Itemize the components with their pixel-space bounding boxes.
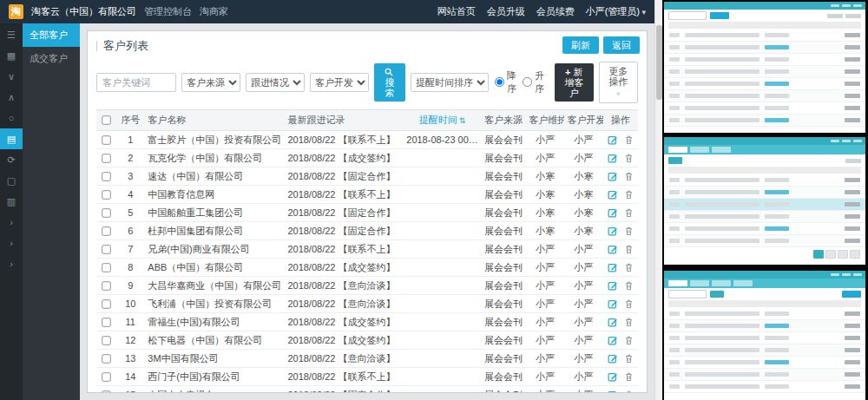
delete-icon[interactable] [624, 207, 634, 218]
back-button[interactable]: 返回 [603, 36, 640, 54]
row-checkbox[interactable] [102, 264, 110, 272]
delete-icon[interactable] [624, 371, 634, 382]
search-button[interactable]: 搜索 [374, 63, 405, 102]
cell-no: 13 [115, 349, 145, 367]
chevron-right-icon[interactable] [0, 212, 23, 233]
delete-icon[interactable] [624, 335, 634, 345]
nav-upgrade-link[interactable]: 会员升级 [487, 5, 525, 18]
edit-icon[interactable] [608, 171, 618, 181]
chevron-right-icon[interactable] [0, 253, 23, 274]
preview-row [664, 332, 865, 344]
chevron-up-icon[interactable] [0, 87, 23, 108]
nav-console-link[interactable]: 管理控制台 [144, 5, 192, 18]
edit-icon[interactable] [608, 207, 618, 218]
preview1-header [664, 2, 865, 10]
delete-icon[interactable] [624, 244, 634, 254]
user-menu[interactable]: 小严(管理员) [586, 5, 646, 18]
row-checkbox[interactable] [102, 337, 110, 345]
sort-desc-label: 降序 [507, 69, 516, 95]
cell-latest-record: 2018/08/22 【成交签约】 [285, 331, 404, 349]
cell-remind-time [404, 203, 481, 221]
col-header-remind[interactable]: 提醒时间 [404, 109, 481, 130]
edit-icon[interactable] [608, 317, 618, 327]
edit-icon[interactable] [608, 134, 618, 145]
customer-list-icon[interactable] [0, 128, 23, 149]
preview-row [664, 199, 865, 211]
edit-icon[interactable] [608, 390, 618, 392]
delete-icon[interactable] [624, 280, 634, 291]
refresh-button[interactable]: 刷新 [562, 36, 599, 54]
scrollbar-thumb[interactable] [656, 25, 662, 100]
row-checkbox[interactable] [102, 300, 110, 309]
sort-desc-radio[interactable] [495, 77, 504, 87]
row-checkbox[interactable] [102, 355, 110, 364]
cell-latest-record: 2018/08/22 【成交签约】 [285, 312, 404, 331]
sidebar-item-deal-customers[interactable]: 成交客户 [23, 47, 80, 70]
row-checkbox[interactable] [102, 246, 110, 254]
edit-icon[interactable] [608, 298, 618, 309]
box-icon[interactable] [0, 170, 23, 191]
select-all-checkbox[interactable] [102, 115, 110, 124]
row-checkbox[interactable] [102, 136, 110, 145]
row-checkbox[interactable] [102, 391, 110, 392]
followup-select[interactable]: 跟进情况 [246, 73, 305, 92]
source-select[interactable]: 客户来源 [181, 73, 240, 92]
menu-icon[interactable] [0, 24, 23, 45]
table-row: 13 3M中国有限公司 2018/08/22 【意向洽谈】 展会会刊 小严 小严 [96, 349, 638, 367]
delete-icon[interactable] [624, 262, 634, 272]
delete-icon[interactable] [624, 153, 634, 163]
row-checkbox[interactable] [102, 191, 110, 200]
delete-icon[interactable] [624, 171, 634, 181]
nav-home-link[interactable]: 网站首页 [437, 5, 476, 18]
sort-asc-radio[interactable] [523, 77, 532, 87]
delete-icon[interactable] [624, 226, 634, 236]
edit-icon[interactable] [608, 153, 618, 163]
row-checkbox[interactable] [102, 154, 110, 163]
cell-develop: 小严 [564, 258, 602, 276]
edit-icon[interactable] [608, 335, 618, 345]
row-ops [606, 317, 635, 327]
cell-customer-name: ABB（中国）有限公司 [145, 258, 285, 276]
sort-asc-option[interactable]: 升序 [522, 69, 544, 95]
remind-sort-select[interactable]: 提醒时间排序 [411, 73, 489, 92]
chart-icon[interactable] [0, 191, 23, 212]
edit-icon[interactable] [608, 244, 618, 254]
chevron-down-icon[interactable] [0, 66, 23, 87]
row-checkbox[interactable] [102, 227, 110, 236]
sidebar-item-all-customers[interactable]: 全部客户 [23, 23, 80, 47]
table-row: 5 中国船舶重工集团公司 2018/08/22 【固定合作】 展会会刊 小寒 小… [96, 203, 638, 221]
nav-shop-link[interactable]: 淘商家 [200, 5, 228, 18]
delete-icon[interactable] [624, 317, 634, 327]
cell-latest-record: 2018/08/22 【意向洽谈】 [285, 276, 404, 294]
edit-icon[interactable] [608, 189, 618, 200]
delete-icon[interactable] [624, 390, 634, 392]
vertical-scrollbar[interactable] [654, 0, 662, 400]
edit-icon[interactable] [608, 226, 618, 236]
power-icon[interactable] [0, 108, 23, 128]
sort-desc-option[interactable]: 降序 [494, 69, 516, 95]
row-checkbox[interactable] [102, 373, 110, 382]
delete-icon[interactable] [624, 298, 634, 309]
refresh-icon[interactable] [0, 149, 23, 170]
row-checkbox[interactable] [102, 173, 110, 181]
edit-icon[interactable] [608, 280, 618, 291]
delete-icon[interactable] [624, 189, 634, 200]
row-checkbox[interactable] [102, 209, 110, 218]
edit-icon[interactable] [608, 371, 618, 382]
apps-icon[interactable] [0, 45, 23, 66]
keyword-input[interactable] [96, 73, 176, 92]
edit-icon[interactable] [608, 262, 618, 272]
chevron-right-icon[interactable] [0, 233, 23, 253]
preview3-toolbar [664, 288, 865, 300]
cell-source: 展会会刊 [481, 349, 526, 367]
row-checkbox[interactable] [102, 318, 110, 327]
cell-develop: 小严 [564, 130, 602, 148]
add-customer-button[interactable]: 新增客户 [555, 63, 594, 102]
develop-select[interactable]: 客户开发 [310, 73, 369, 92]
edit-icon[interactable] [608, 353, 618, 364]
more-actions-button[interactable]: 更多操作 [599, 62, 638, 103]
delete-icon[interactable] [624, 353, 634, 364]
delete-icon[interactable] [624, 134, 634, 145]
row-checkbox[interactable] [102, 282, 110, 291]
nav-renew-link[interactable]: 会员续费 [536, 5, 575, 18]
